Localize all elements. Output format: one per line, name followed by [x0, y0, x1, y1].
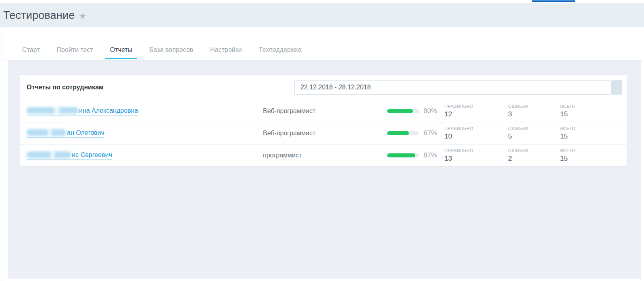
stat-total: ВСЕГО 15 [560, 148, 620, 163]
report-card: Отчеты по сотрудникам ина Александровна … [20, 74, 627, 167]
employee-position: Веб-программист [263, 107, 387, 115]
stat-errors-value: 5 [508, 132, 560, 140]
stat-errors: ОШИБКИ 3 [508, 104, 560, 118]
employee-name-visible: ан Олегович [67, 129, 104, 136]
stat-errors-label: ОШИБКИ [508, 148, 560, 153]
progress-percent: 87% [423, 151, 437, 159]
stat-total: ВСЕГО 15 [560, 126, 620, 140]
tab-start[interactable]: Старт [20, 46, 42, 60]
stat-total-label: ВСЕГО [560, 104, 620, 109]
tab-take-test[interactable]: Пройти тест [54, 46, 95, 60]
top-strip [0, 0, 644, 3]
employee-name-visible: ина Александровна [79, 107, 138, 114]
tab-support[interactable]: Техподдержка [256, 46, 304, 60]
table-row: ан Олегович Веб-программист 67% ПРАВИЛЬН… [20, 122, 627, 144]
stat-total-value: 15 [560, 132, 620, 140]
employee-name-cell: ис Сергеевич [27, 151, 263, 160]
content-panel: Отчеты по сотрудникам ина Александровна … [8, 60, 641, 279]
date-range-input[interactable] [294, 80, 612, 95]
stat-errors: ОШИБКИ 5 [508, 126, 560, 140]
stat-errors-label: ОШИБКИ [508, 126, 560, 131]
tab-settings[interactable]: Настройки [208, 46, 244, 60]
progress-percent: 80% [423, 107, 437, 115]
redacted-name-blur [27, 107, 78, 114]
redacted-name-blur [27, 151, 71, 158]
stat-total-label: ВСЕГО [560, 126, 620, 131]
employee-link[interactable]: ис Сергеевич [27, 151, 112, 160]
employee-link[interactable]: ан Олегович [27, 129, 104, 138]
employee-position: программист [263, 152, 387, 159]
stat-correct: ПРАВИЛЬНО 10 [444, 126, 508, 140]
employee-name-cell: ина Александровна [27, 107, 263, 116]
stat-correct-value: 12 [444, 110, 508, 118]
stat-total-label: ВСЕГО [560, 148, 620, 153]
progress-track [387, 109, 419, 113]
stat-errors-value: 2 [508, 155, 560, 163]
date-range-group [294, 80, 622, 95]
stat-correct-label: ПРАВИЛЬНО [444, 126, 508, 131]
stat-errors: ОШИБКИ 2 [508, 148, 560, 163]
progress-cell: 67% [387, 129, 444, 137]
stat-total-value: 15 [560, 110, 620, 118]
top-tab-indicator [532, 0, 575, 2]
employee-position: Веб-программист [263, 130, 387, 137]
progress-cell: 80% [387, 107, 444, 115]
progress-track [387, 131, 419, 135]
tab-question-base[interactable]: База вопросов [147, 46, 196, 60]
progress-fill [387, 131, 409, 135]
table-row: ис Сергеевич программист 87% ПРАВИЛЬНО 1… [20, 144, 627, 166]
stat-total: ВСЕГО 15 [560, 104, 620, 118]
stat-correct-value: 13 [444, 155, 508, 163]
progress-track [387, 153, 419, 157]
stat-correct: ПРАВИЛЬНО 12 [444, 104, 508, 118]
star-icon[interactable]: ★ [79, 11, 86, 21]
tab-bar: Старт Пройти тест Отчеты База вопросов Н… [2, 27, 644, 60]
stat-correct-value: 10 [444, 132, 508, 140]
progress-cell: 87% [387, 151, 444, 159]
progress-fill [387, 109, 413, 113]
calendar-button[interactable] [612, 80, 622, 95]
tab-reports[interactable]: Отчеты [108, 46, 135, 60]
stat-total-value: 15 [560, 155, 620, 163]
main-container: Старт Пройти тест Отчеты База вопросов Н… [2, 27, 644, 281]
report-card-header: Отчеты по сотрудникам [20, 75, 627, 100]
report-title: Отчеты по сотрудникам [27, 84, 104, 91]
page-header: Тестирование ★ [0, 3, 644, 27]
progress-fill [387, 153, 415, 157]
stat-errors-label: ОШИБКИ [508, 104, 560, 109]
redacted-name-blur [27, 129, 66, 136]
progress-percent: 67% [423, 129, 437, 137]
employee-link[interactable]: ина Александровна [27, 107, 138, 116]
table-row: ина Александровна Веб-программист 80% ПР… [20, 100, 627, 122]
stat-correct-label: ПРАВИЛЬНО [444, 148, 508, 153]
stat-correct: ПРАВИЛЬНО 13 [444, 148, 508, 163]
page-title: Тестирование [3, 9, 75, 22]
stat-errors-value: 3 [508, 110, 560, 118]
employee-name-visible: ис Сергеевич [72, 151, 112, 159]
stat-correct-label: ПРАВИЛЬНО [444, 104, 508, 109]
employee-name-cell: ан Олегович [27, 129, 263, 138]
